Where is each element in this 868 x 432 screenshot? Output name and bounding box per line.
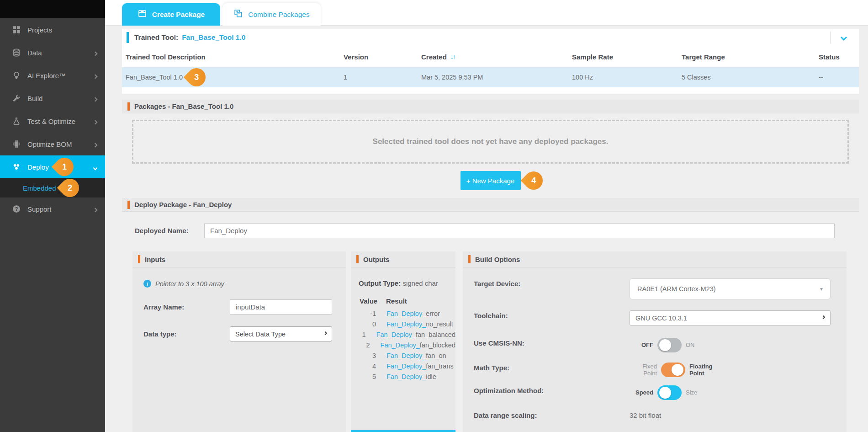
toolchain-row: Toolchain: GNU GCC 10.3.1: [474, 310, 847, 325]
info-icon: i: [143, 280, 151, 288]
output-type-label: Output Type:: [359, 279, 401, 287]
trained-tool-header: Trained Tool: Fan_Base_Tool 1.0: [122, 29, 859, 46]
data-type-select[interactable]: Select Data Type: [230, 326, 332, 341]
math-type-toggle[interactable]: [661, 363, 685, 377]
grid-icon: [12, 26, 21, 34]
sidebar-item-optimize-bom[interactable]: Optimize BOM: [0, 133, 105, 155]
output-row: 1 Fan_Deploy_fan_balanced: [351, 329, 455, 340]
sidebar-item-ai-explore[interactable]: AI Explore™: [0, 64, 105, 87]
packages-section: Packages - Fan_Base_Tool 1.0 Selected tr…: [122, 100, 859, 196]
sidebar-item-support[interactable]: ? Support: [0, 197, 105, 220]
orange-accent-bar: [468, 255, 471, 263]
sidebar-item-label: AI Explore™: [27, 72, 66, 80]
target-device-select[interactable]: RA0E1 (ARM Cortex-M23) ▾: [630, 278, 831, 299]
trained-tool-value[interactable]: Fan_Base_Tool 1.0: [182, 33, 245, 42]
cmsis-toggle[interactable]: [657, 338, 682, 352]
chip-icon: [12, 140, 21, 148]
new-package-button[interactable]: + New Package: [460, 171, 521, 190]
sidebar-subitem-label: Embedded: [23, 184, 56, 192]
trained-tool-label: Trained Tool:: [134, 33, 178, 42]
result-column-header: Result: [386, 297, 407, 305]
optimization-toggle[interactable]: [657, 385, 682, 400]
step-badge-1: 1: [51, 154, 77, 180]
chevron-down-icon: [323, 331, 327, 335]
array-name-input[interactable]: [230, 299, 332, 315]
column-header: Sample Rate: [572, 53, 682, 61]
outputs-panel: Outputs Output Type: signed char Value R…: [351, 251, 455, 432]
flask-icon: [12, 117, 21, 125]
toggle-knob: [659, 339, 671, 351]
column-header: Created: [421, 53, 447, 61]
new-package-row: + New Package 4: [132, 171, 849, 190]
sidebar-subitem-embedded[interactable]: Embedded 2: [0, 178, 105, 197]
sidebar-item-build[interactable]: Build: [0, 87, 105, 110]
target-device-row: Target Device: RA0E1 (ARM Cortex-M23) ▾: [474, 278, 847, 299]
data-range-scaling-label: Data range scaling:: [474, 410, 630, 419]
floating-point-label: Floating Point: [689, 363, 717, 377]
inputs-panel: Inputs i Pointer to 3 x 100 array Array …: [132, 251, 346, 432]
build-options-header: Build Options: [463, 251, 847, 267]
cmsis-label: Use CMSIS-NN:: [474, 338, 630, 352]
fixed-point-label: Fixed Point: [630, 363, 657, 377]
output-result-link[interactable]: Fan_Deploy_fan_on: [386, 352, 446, 359]
output-result-link[interactable]: Fan_Deploy_fan_balanced: [376, 331, 455, 338]
column-header: Version: [344, 53, 421, 61]
option-columns: Inputs i Pointer to 3 x 100 array Array …: [132, 251, 859, 432]
sidebar-item-test-optimize[interactable]: Test & Optimize: [0, 110, 105, 133]
orange-accent-bar: [127, 102, 130, 111]
output-row: 0 Fan_Deploy_no_result: [351, 319, 455, 329]
sidebar-item-label: Projects: [27, 26, 52, 34]
toolchain-select[interactable]: GNU GCC 10.3.1: [630, 310, 831, 325]
output-result-link[interactable]: Fan_Deploy_idle: [386, 373, 436, 380]
sidebar-item-label: Data: [27, 49, 42, 57]
outputs-bottom-bar: [351, 430, 455, 432]
inputs-title: Inputs: [145, 256, 165, 263]
outputs-header: Outputs: [351, 251, 455, 267]
tab-create-package[interactable]: Create Package: [122, 3, 220, 26]
output-result-link[interactable]: Fan_Deploy_fan_blocked: [381, 341, 455, 349]
cell-status: --: [819, 74, 859, 81]
sidebar-item-deploy[interactable]: Deploy 1: [0, 155, 105, 178]
target-device-label: Target Device:: [474, 278, 630, 299]
database-icon: [12, 48, 21, 57]
output-type-row: Output Type: signed char: [359, 278, 442, 288]
packages-body: Selected trained tool does not yet have …: [122, 113, 859, 196]
sidebar-item-data[interactable]: Data: [0, 41, 105, 64]
sidebar-item-label: Deploy: [27, 163, 49, 171]
output-result-link[interactable]: Fan_Deploy_error: [386, 310, 440, 317]
vertical-divider: [830, 32, 831, 43]
output-result-link[interactable]: Fan_Deploy_no_result: [386, 320, 453, 328]
output-row: -1 Fan_Deploy_error: [351, 308, 455, 319]
output-value: -1: [360, 310, 376, 317]
chevron-right-icon: [94, 95, 97, 102]
step-badge-2: 2: [57, 175, 83, 201]
pointer-note: Pointer to 3 x 100 array: [155, 280, 224, 288]
chevron-down-icon: [94, 163, 97, 171]
collapse-chevron-icon[interactable]: [841, 34, 847, 40]
chevron-down-icon: [821, 315, 825, 319]
tab-label: Create Package: [152, 11, 205, 19]
value-result-header: Value Result: [351, 297, 455, 305]
deployed-name-label: Deployed Name:: [135, 227, 204, 235]
cell-created: Mar 5, 2025 9:53 PM: [421, 74, 572, 81]
sidebar-item-projects[interactable]: Projects: [0, 18, 105, 41]
array-name-row: Array Name:: [143, 299, 346, 315]
orange-accent-bar: [138, 255, 140, 263]
sidebar-item-label: Support: [27, 205, 52, 213]
data-type-row: Data type: Select Data Type: [143, 326, 346, 341]
deployed-name-input[interactable]: [204, 223, 835, 238]
size-label: Size: [686, 389, 709, 396]
output-result-link[interactable]: Fan_Deploy_fan_trans: [386, 363, 454, 370]
sort-icon[interactable]: ↓↑: [450, 53, 455, 60]
build-options-panel: Build Options Target Device: RA0E1 (ARM …: [463, 251, 847, 432]
tab-combine-packages[interactable]: Combine Packages: [222, 3, 321, 26]
cyan-accent-bar: [127, 32, 129, 43]
cell-target-range: 5 Classes: [682, 74, 819, 81]
data-range-scaling-row: Data range scaling: 32 bit float: [474, 410, 847, 419]
trained-tool-table-row[interactable]: Fan_Base_Tool 1.0 3 1 Mar 5, 2025 9:53 P…: [122, 67, 859, 87]
column-header: Trained Tool Description: [126, 53, 344, 61]
data-type-label: Data type:: [143, 330, 230, 338]
column-header: Status: [819, 53, 859, 61]
cell-version: 1: [344, 74, 421, 81]
optimization-row: Optimization Method: Speed Size: [474, 385, 847, 400]
